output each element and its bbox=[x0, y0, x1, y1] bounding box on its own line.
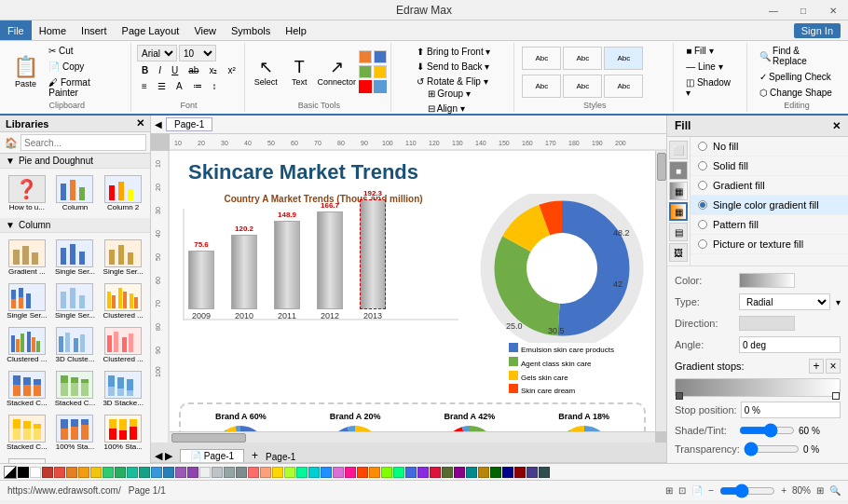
color-deep-pink[interactable] bbox=[345, 467, 356, 478]
fit-page-button[interactable]: ⊞ bbox=[816, 485, 824, 496]
color-purple-dark[interactable] bbox=[187, 467, 198, 478]
view-normal-icon[interactable]: ⊞ bbox=[665, 485, 673, 496]
align-center-button[interactable]: ☰ bbox=[153, 79, 171, 93]
shadow-quick-button[interactable]: ◫ Shadow ▾ bbox=[681, 75, 741, 100]
scroll-thumb-vertical[interactable] bbox=[657, 153, 666, 181]
minimize-button[interactable]: — bbox=[759, 0, 788, 20]
bring-to-front-button[interactable]: ⬆ Bring to Front ▾ bbox=[412, 45, 495, 59]
lib-item-single-ser-1[interactable]: Single Ser... bbox=[52, 237, 99, 279]
color-dark-slate-gray[interactable] bbox=[539, 467, 550, 478]
color-teal[interactable] bbox=[127, 467, 138, 478]
strikethrough-button[interactable]: ab bbox=[184, 63, 203, 77]
style-3[interactable]: Abc bbox=[604, 47, 643, 70]
solid-fill-radio[interactable] bbox=[698, 161, 707, 170]
libraries-close-button[interactable]: ✕ bbox=[136, 117, 144, 129]
picture-fill-icon[interactable]: 🖼 bbox=[669, 243, 688, 262]
color-teal-dark[interactable] bbox=[139, 467, 150, 478]
lib-item-3d-stacked[interactable]: 3D Stacke... bbox=[100, 368, 146, 410]
lib-item-stacked-3[interactable]: Stacked C... bbox=[4, 412, 50, 454]
menu-symbols[interactable]: Symbols bbox=[224, 20, 278, 40]
fill-type-select[interactable]: Radial Linear bbox=[739, 293, 830, 310]
gradient-stop-1[interactable] bbox=[676, 392, 683, 400]
lib-item-clustered-2[interactable]: Clustered ... bbox=[4, 324, 50, 366]
home-icon[interactable]: 🏠 bbox=[2, 137, 21, 149]
color-yellow-orange[interactable] bbox=[78, 467, 89, 478]
color-yellow[interactable] bbox=[90, 467, 102, 478]
color-salmon[interactable] bbox=[248, 467, 259, 478]
color-dark-turquoise[interactable] bbox=[308, 467, 320, 478]
menu-view[interactable]: View bbox=[186, 20, 224, 40]
color-dodger-blue[interactable] bbox=[321, 467, 332, 478]
color-dark-slate-blue[interactable] bbox=[527, 467, 538, 478]
color-blue-violet[interactable] bbox=[417, 467, 429, 478]
menu-file[interactable]: File bbox=[0, 20, 32, 40]
color-red[interactable] bbox=[54, 467, 65, 478]
scrollbar-vertical[interactable] bbox=[655, 151, 666, 431]
color-gray-dark[interactable] bbox=[236, 467, 247, 478]
color-orchid[interactable] bbox=[333, 467, 344, 478]
color-dark-goldenrod[interactable] bbox=[478, 467, 489, 478]
search-status-icon[interactable]: 🔍 bbox=[829, 485, 841, 496]
color-crimson[interactable] bbox=[430, 467, 441, 478]
color-white[interactable] bbox=[30, 467, 41, 478]
zoom-slider[interactable] bbox=[719, 484, 775, 498]
color-medium-spring[interactable] bbox=[296, 467, 308, 478]
no-fill-option[interactable]: No fill bbox=[691, 137, 848, 157]
lib-item-stacked-2[interactable]: Stacked C... bbox=[52, 368, 99, 410]
no-fill-radio[interactable] bbox=[698, 142, 707, 151]
color-dark-olive[interactable] bbox=[442, 467, 453, 478]
fill-quick-button[interactable]: ■ Fill ▾ bbox=[681, 44, 741, 58]
color-blue[interactable] bbox=[151, 467, 162, 478]
change-shape-button[interactable]: ⬡ Change Shape bbox=[755, 86, 839, 100]
color-spring-green[interactable] bbox=[393, 467, 404, 478]
lib-item-column2[interactable]: Column 2 bbox=[100, 172, 146, 214]
color-dark-red[interactable] bbox=[514, 467, 526, 478]
stop-position-input[interactable] bbox=[741, 402, 841, 418]
color-light-salmon[interactable] bbox=[260, 467, 271, 478]
fill-angle-input[interactable] bbox=[739, 336, 841, 353]
line-quick-button[interactable]: — Line ▾ bbox=[681, 60, 741, 74]
font-size-select[interactable]: 10 bbox=[179, 45, 216, 61]
scrollbar-horizontal[interactable] bbox=[170, 431, 655, 443]
gradient-fill-option[interactable]: Gradient fill bbox=[691, 176, 848, 196]
font-color-button[interactable]: A bbox=[171, 79, 187, 93]
underline-button[interactable]: U bbox=[167, 63, 183, 77]
add-page-button[interactable]: + bbox=[248, 449, 262, 462]
picture-fill-option[interactable]: Picture or texture fill bbox=[691, 235, 848, 254]
tab-nav-left[interactable]: ◀ ▶ bbox=[151, 450, 176, 462]
color-dark-green[interactable] bbox=[490, 467, 501, 478]
align-button[interactable]: ⊟ Align ▾ bbox=[423, 102, 489, 116]
color-box-1[interactable] bbox=[359, 50, 372, 63]
color-green[interactable] bbox=[103, 467, 114, 478]
list-button[interactable]: ≔ bbox=[188, 79, 207, 93]
color-blue-dark[interactable] bbox=[163, 467, 174, 478]
remove-stop-button[interactable]: × bbox=[826, 359, 841, 374]
lib-item-single-ser-2[interactable]: Single Ser... bbox=[100, 237, 146, 279]
close-button[interactable]: ✕ bbox=[818, 0, 848, 20]
menu-home[interactable]: Home bbox=[32, 20, 74, 40]
font-family-select[interactable]: Arial bbox=[137, 45, 177, 61]
libraries-scroll[interactable]: ▼ Pie and Doughnut ❓ How to u... Column bbox=[0, 154, 150, 463]
color-black[interactable] bbox=[18, 467, 29, 478]
scroll-thumb-horizontal[interactable] bbox=[171, 433, 246, 443]
color-light-gray[interactable] bbox=[199, 467, 211, 478]
lib-item-clustered-3[interactable]: Clustered ... bbox=[100, 324, 146, 366]
lib-item-100pct-2[interactable]: 100% Sta... bbox=[100, 412, 146, 454]
color-dark-cyan[interactable] bbox=[466, 467, 477, 478]
gradient-stop-2[interactable] bbox=[832, 392, 840, 400]
transparency-slider[interactable] bbox=[744, 443, 800, 456]
pattern-fill-option[interactable]: Pattern fill bbox=[691, 215, 848, 235]
document-canvas[interactable]: Skincare Market Trends Country A Market … bbox=[170, 151, 655, 431]
gradient-bar[interactable] bbox=[675, 378, 841, 397]
text-button[interactable]: T Text bbox=[284, 55, 314, 89]
single-color-gradient-radio[interactable] bbox=[698, 200, 707, 210]
gradient-fill-icon[interactable]: ▦ bbox=[669, 182, 688, 200]
style-4[interactable]: Abc bbox=[522, 75, 561, 98]
single-color-grad-icon[interactable]: ▦ bbox=[669, 202, 688, 221]
lib-item-single-ser-3[interactable]: Single Ser... bbox=[4, 280, 50, 322]
gradient-fill-radio[interactable] bbox=[698, 181, 707, 190]
picture-fill-radio[interactable] bbox=[698, 239, 707, 249]
canvas-workspace[interactable]: 10 20 30 40 50 60 70 80 90 100 110 120 1… bbox=[151, 134, 666, 443]
menu-page-layout[interactable]: Page Layout bbox=[115, 20, 187, 40]
shade-tint-slider[interactable] bbox=[739, 424, 795, 437]
